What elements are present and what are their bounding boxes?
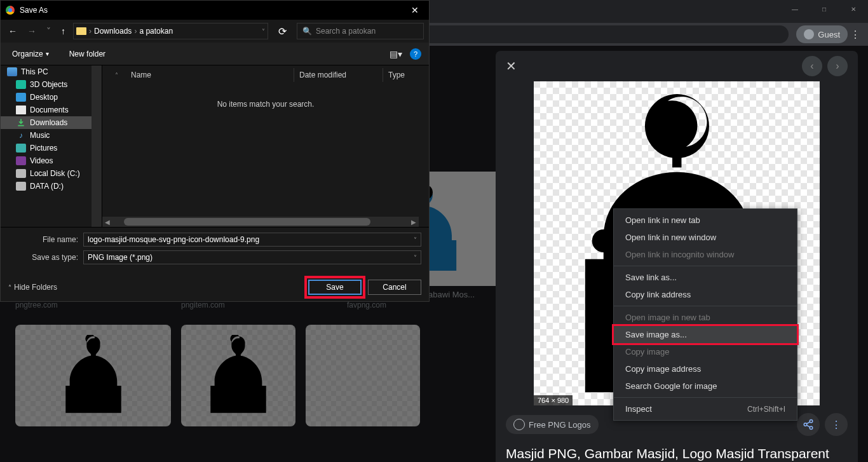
tree-disk-c[interactable]: Local Disk (C:) xyxy=(1,167,102,180)
svg-line-7 xyxy=(806,425,810,427)
tree-3d-objects[interactable]: 3D Objects xyxy=(1,78,102,91)
ctx-copy-link-address[interactable]: Copy link address xyxy=(614,286,797,303)
breadcrumb-current[interactable]: a patokan xyxy=(139,27,173,36)
breadcrumb-bar[interactable]: › Downloads › a patokan ˅ xyxy=(73,23,268,39)
tree-videos[interactable]: Videos xyxy=(1,154,102,167)
window-minimize[interactable]: — xyxy=(780,0,810,18)
save-button[interactable]: Save xyxy=(308,280,362,295)
context-menu: Open link in new tab Open link in new wi… xyxy=(613,208,797,421)
save-type-input[interactable]: PNG Image (*.png) ˅ xyxy=(83,250,421,264)
tree-disk-d[interactable]: DATA (D:) xyxy=(1,180,102,193)
tree-scrollbar[interactable] xyxy=(92,65,102,227)
viewer-prev-icon[interactable]: ‹ xyxy=(802,56,822,76)
chrome-icon xyxy=(6,6,15,15)
dialog-close-icon[interactable]: ✕ xyxy=(406,3,424,18)
ctx-inspect-shortcut: Ctrl+Shift+I xyxy=(747,405,785,414)
horizontal-scrollbar[interactable]: ◀ ▶ xyxy=(102,217,419,227)
file-list: ˄Name Date modified Type No items match … xyxy=(102,65,429,227)
tree-pictures[interactable]: Pictures xyxy=(1,142,102,154)
nav-back-icon[interactable]: ← xyxy=(6,24,20,39)
breadcrumb-dropdown-icon[interactable]: ˅ xyxy=(262,28,265,35)
tree-documents[interactable]: Documents xyxy=(1,104,102,116)
share-icon[interactable] xyxy=(797,413,820,436)
window-maximize[interactable]: □ xyxy=(810,0,839,18)
ctx-save-link-as[interactable]: Save link as... xyxy=(614,269,797,286)
source-name: Free PNG Logos xyxy=(529,420,591,430)
ctx-copy-image[interactable]: Copy image xyxy=(614,343,797,360)
ctx-open-link-new-window[interactable]: Open link in new window xyxy=(614,229,797,246)
search-icon: 🔍 xyxy=(302,27,312,36)
viewer-next-icon[interactable]: › xyxy=(827,56,848,76)
hide-folders-button[interactable]: ˄Hide Folders xyxy=(8,283,57,292)
separator xyxy=(614,306,797,306)
ctx-copy-image-address[interactable]: Copy image address xyxy=(614,360,797,377)
viewer-close-icon[interactable]: ✕ xyxy=(501,56,522,76)
ctx-open-link-incognito: Open link in incognito window xyxy=(614,246,797,263)
tree-downloads[interactable]: Downloads xyxy=(1,116,102,129)
cancel-button[interactable]: Cancel xyxy=(368,280,421,295)
tree-music[interactable]: ♪Music xyxy=(1,129,102,142)
svg-point-3 xyxy=(810,420,813,423)
nav-up-icon[interactable]: ↑ xyxy=(58,24,68,39)
browser-menu-icon[interactable]: ⋮ xyxy=(848,29,863,41)
ctx-search-google-image[interactable]: Search Google for image xyxy=(614,377,797,395)
separator xyxy=(614,266,797,266)
folder-icon xyxy=(76,27,86,35)
breadcrumb-downloads[interactable]: Downloads xyxy=(94,27,132,36)
nav-recent-icon[interactable]: ˅ xyxy=(44,24,53,39)
image-source-chip[interactable]: Free PNG Logos xyxy=(506,415,599,434)
tree-this-pc[interactable]: This PC xyxy=(1,65,102,78)
ctx-open-image-new-tab[interactable]: Open image in new tab xyxy=(614,309,797,326)
file-name-dropdown-icon[interactable]: ˅ xyxy=(414,236,417,243)
col-name-header[interactable]: ˄Name xyxy=(110,68,294,82)
svg-rect-0 xyxy=(672,145,681,168)
organize-button[interactable]: Organize▾ xyxy=(8,47,53,61)
window-close[interactable]: ✕ xyxy=(839,0,868,18)
search-box[interactable]: 🔍 Search a patokan xyxy=(297,23,424,39)
save-type-dropdown-icon[interactable]: ˅ xyxy=(414,254,417,261)
search-placeholder: Search a patokan xyxy=(316,27,376,36)
image-title: Masjid PNG, Gambar Masjid, Logo Masjid T… xyxy=(496,444,858,462)
svg-point-5 xyxy=(810,426,813,430)
nav-forward-icon: → xyxy=(25,24,39,39)
col-date-header[interactable]: Date modified xyxy=(294,68,383,82)
save-type-label: Save as type: xyxy=(8,253,78,262)
window-controls: — □ ✕ xyxy=(780,0,868,23)
refresh-icon[interactable]: ⟳ xyxy=(273,23,292,40)
ctx-open-link-new-tab[interactable]: Open link in new tab xyxy=(614,212,797,229)
guest-profile-button[interactable]: Guest xyxy=(796,25,848,43)
ctx-inspect-label: Inspect xyxy=(625,404,652,414)
image-dimensions-label: 764 × 980 xyxy=(534,395,573,405)
file-name-input[interactable]: logo-masjid-mosque-svg-png-icon-download… xyxy=(83,233,421,247)
svg-point-1 xyxy=(592,229,614,252)
separator xyxy=(614,397,797,398)
save-as-dialog: Save As ✕ ← → ˅ ↑ › Downloads › a patoka… xyxy=(0,0,430,302)
view-options-icon[interactable]: ▤▾ xyxy=(390,49,402,59)
folder-tree: This PC 3D Objects Desktop Documents Dow… xyxy=(1,65,102,227)
ctx-inspect[interactable]: Inspect Ctrl+Shift+I xyxy=(614,400,797,418)
ctx-save-image-as[interactable]: Save image as... xyxy=(614,326,797,343)
help-icon[interactable]: ? xyxy=(410,48,421,60)
new-folder-button[interactable]: New folder xyxy=(65,47,109,61)
file-name-label: File name: xyxy=(8,235,78,244)
svg-line-6 xyxy=(806,422,810,424)
globe-icon xyxy=(513,419,525,430)
guest-label: Guest xyxy=(818,30,840,39)
empty-list-message: No items match your search. xyxy=(102,100,429,109)
dialog-title: Save As xyxy=(20,6,406,15)
col-type-header[interactable]: Type xyxy=(383,68,421,82)
tree-desktop[interactable]: Desktop xyxy=(1,91,102,104)
svg-point-4 xyxy=(804,423,807,426)
more-actions-icon[interactable]: ⋮ xyxy=(825,413,848,436)
